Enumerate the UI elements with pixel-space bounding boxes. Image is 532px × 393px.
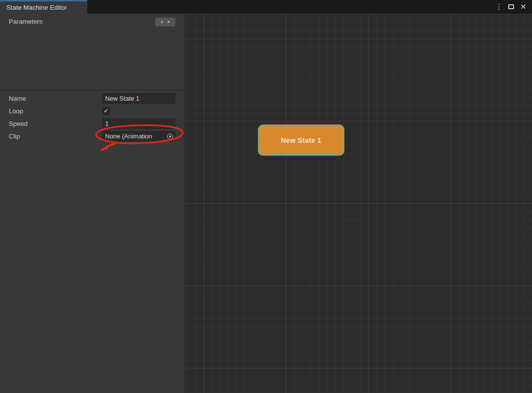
close-button[interactable]: ✕ [519,2,527,11]
window-controls: ⋮ ✕ [495,0,532,14]
parameters-heading: Parameters [9,18,43,25]
speed-label: Speed [9,119,28,129]
tab-state-machine-editor[interactable]: State Machine Editor [0,0,87,14]
state-node-label: New State 1 [281,136,322,144]
object-picker-dot [169,136,171,137]
panel-divider [0,90,185,91]
plus-icon: + [160,19,164,25]
loop-label: Loop [9,107,23,115]
red-circle-annotation [0,14,185,393]
clip-object-field-value: None (Animation [105,133,167,140]
speed-row: Speed [0,119,185,129]
state-node-new-state-1[interactable]: New State 1 [258,125,344,155]
add-parameter-button[interactable]: + ▼ [155,17,175,27]
speed-input[interactable] [102,119,175,129]
graph-canvas[interactable]: New State 1 [185,14,532,393]
maximize-icon [508,4,514,9]
name-label: Name [9,93,26,104]
name-row: Name [0,93,185,104]
titlebar: State Machine Editor ⋮ ✕ [0,0,532,14]
clip-row: Clip None (Animation [0,131,185,141]
inspector-panel: Parameters + ▼ Name Loop ✓ Speed Clip No… [0,14,185,393]
loop-checkbox[interactable]: ✓ [102,107,110,115]
chevron-down-icon: ▼ [167,20,171,24]
maximize-button[interactable] [507,2,515,11]
tab-title: State Machine Editor [6,4,67,11]
window-menu-icon[interactable]: ⋮ [495,2,503,11]
checkmark-icon: ✓ [104,108,109,114]
clip-label: Clip [9,131,20,141]
object-picker-icon[interactable] [167,134,173,139]
loop-row: Loop ✓ [0,107,185,115]
clip-object-field[interactable]: None (Animation [102,131,175,141]
name-input[interactable] [102,93,175,104]
